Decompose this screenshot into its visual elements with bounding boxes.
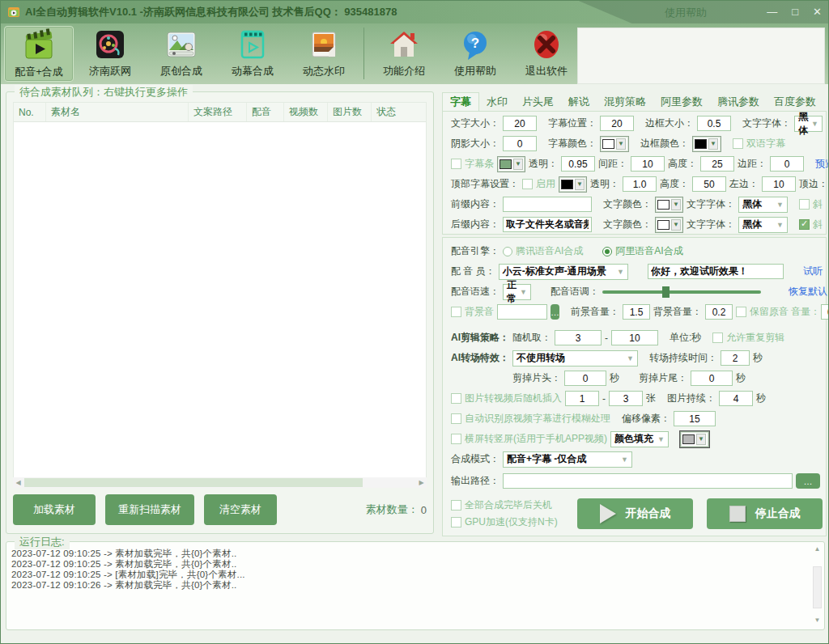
tab-baidu-params[interactable]: 百度参数: [767, 93, 823, 112]
font-size-input[interactable]: [503, 116, 537, 131]
border-color-picker[interactable]: ▼: [692, 136, 721, 152]
preview-link[interactable]: 预览效果: [815, 157, 829, 171]
rotate-checkbox[interactable]: [451, 434, 461, 444]
column-videos[interactable]: 视频数: [284, 103, 328, 121]
transition-select[interactable]: 不使用转场▼: [512, 350, 638, 366]
img-duration-input[interactable]: [719, 391, 753, 406]
minimize-icon[interactable]: —: [767, 1, 777, 23]
scrollbar-thumb[interactable]: [813, 566, 822, 608]
engine-ali-radio[interactable]: [602, 247, 612, 256]
column-status[interactable]: 状态: [372, 103, 419, 121]
top-subtitle-color-picker[interactable]: ▼: [559, 176, 587, 193]
keep-original-checkbox[interactable]: [736, 307, 746, 317]
scroll-right-icon[interactable]: ▶: [416, 479, 427, 486]
top-height-input[interactable]: [692, 176, 726, 192]
bg-sound-path-input[interactable]: [497, 304, 547, 320]
toolbar-button-jinan-yuewang[interactable]: 济南跃网: [75, 26, 145, 82]
scrollbar-thumb[interactable]: [24, 478, 363, 487]
toolbar-button-original-compose[interactable]: 原创合成: [147, 26, 216, 82]
top-opacity-input[interactable]: [623, 176, 657, 192]
audition-link[interactable]: 试听: [803, 265, 823, 278]
img-insert-checkbox[interactable]: [451, 393, 461, 404]
top-subtitle-enable-checkbox[interactable]: [522, 179, 533, 189]
start-compose-button[interactable]: 开始合成: [577, 498, 693, 529]
test-text-input[interactable]: [648, 264, 784, 279]
keep-volume-input[interactable]: [821, 304, 829, 320]
reset-default-link[interactable]: 恢复默认: [789, 285, 827, 299]
tab-subtitle[interactable]: 字幕: [442, 92, 479, 112]
toolbar-button-exit[interactable]: 退出软件: [512, 26, 581, 82]
shutdown-checkbox[interactable]: [451, 500, 461, 511]
bg-volume-input[interactable]: [705, 304, 733, 320]
column-script[interactable]: 文案路径: [189, 103, 247, 121]
bg-sound-browse-button[interactable]: …: [551, 304, 559, 320]
toolbar-button-motion-compose[interactable]: 动幕合成: [218, 26, 287, 82]
margin-input[interactable]: [770, 156, 804, 172]
tab-translate-api[interactable]: 翻译API: [823, 93, 829, 112]
random-min-input[interactable]: [555, 330, 602, 345]
cut-tail-input[interactable]: [691, 371, 733, 386]
fill-color-picker[interactable]: ▼: [680, 431, 709, 447]
blur-checkbox[interactable]: [451, 413, 461, 424]
border-size-input[interactable]: [697, 116, 731, 131]
gpu-checkbox[interactable]: [451, 517, 461, 527]
chevron-down-icon[interactable]: ▼: [708, 138, 718, 150]
cut-head-input[interactable]: [564, 371, 606, 386]
chevron-down-icon[interactable]: ▼: [696, 434, 706, 445]
suffix-color-picker[interactable]: ▼: [655, 217, 683, 233]
prefix-font-select[interactable]: 黑体▼: [738, 197, 788, 213]
toolbar-button-dynamic-watermark[interactable]: 动态水印: [289, 26, 359, 82]
tab-tencent-params[interactable]: 腾讯参数: [710, 93, 767, 112]
img-max-input[interactable]: [609, 391, 643, 406]
bar-opacity-input[interactable]: [561, 156, 595, 172]
gap-input[interactable]: [631, 156, 665, 172]
scroll-left-icon[interactable]: ◀: [13, 479, 23, 486]
tab-narration[interactable]: 解说: [561, 93, 597, 112]
shadow-size-input[interactable]: [503, 136, 537, 151]
tab-watermark[interactable]: 水印: [479, 93, 515, 112]
chevron-down-icon[interactable]: ▼: [671, 219, 681, 231]
transition-time-input[interactable]: [721, 350, 750, 366]
scroll-up-icon[interactable]: ▲: [812, 545, 823, 555]
prefix-italic-checkbox[interactable]: [799, 199, 810, 210]
tab-intro-outro[interactable]: 片头尾: [515, 93, 561, 112]
random-max-input[interactable]: [611, 330, 658, 345]
slider-handle[interactable]: [662, 286, 670, 298]
stop-compose-button[interactable]: 停止合成: [707, 498, 823, 529]
subtitle-position-input[interactable]: [600, 116, 634, 131]
tab-mix-strategy[interactable]: 混剪策略: [597, 93, 653, 112]
allow-repeat-checkbox[interactable]: [712, 333, 723, 343]
speaker-select[interactable]: 小云-标准女声-通用场景▼: [499, 264, 628, 280]
left-edge-input[interactable]: [762, 176, 796, 192]
log-vertical-scrollbar[interactable]: ▲ ▼: [812, 545, 823, 626]
chevron-down-icon[interactable]: ▼: [575, 179, 585, 190]
chevron-down-icon[interactable]: ▼: [671, 199, 681, 210]
maximize-icon[interactable]: □: [792, 1, 798, 23]
load-material-button[interactable]: 加载素材: [13, 494, 96, 525]
toolbar-button-features[interactable]: 功能介绍: [369, 26, 439, 82]
rescan-material-button[interactable]: 重新扫描素材: [105, 494, 194, 525]
output-browse-button[interactable]: …: [796, 473, 820, 489]
subtitle-bar-color-picker[interactable]: ▼: [497, 156, 525, 172]
queue-table[interactable]: No. 素材名 文案路径 配音 视频数 图片数 状态: [13, 102, 427, 486]
offset-input[interactable]: [674, 411, 716, 426]
suffix-font-select[interactable]: 黑体▼: [738, 217, 788, 233]
engine-tencent-radio[interactable]: [503, 247, 512, 256]
scroll-down-icon[interactable]: ▼: [812, 616, 823, 626]
chevron-down-icon[interactable]: ▼: [513, 159, 523, 170]
column-images[interactable]: 图片数: [328, 103, 372, 121]
fg-volume-input[interactable]: [623, 304, 650, 320]
img-min-input[interactable]: [565, 391, 599, 406]
bg-sound-checkbox[interactable]: [451, 307, 461, 317]
toolbar-button-dub-compose[interactable]: 配音+合成: [4, 26, 74, 82]
bilingual-checkbox[interactable]: [733, 138, 743, 149]
column-name[interactable]: 素材名: [46, 103, 189, 121]
toolbar-button-help[interactable]: ? 使用帮助: [440, 26, 510, 82]
bar-height-input[interactable]: [700, 156, 734, 172]
mode-select[interactable]: 配音+字幕 -仅合成▼: [503, 451, 632, 468]
font-family-select[interactable]: 黑体▼: [794, 116, 823, 132]
pitch-slider[interactable]: [602, 286, 761, 299]
output-path-input[interactable]: [503, 473, 793, 489]
subtitle-color-picker[interactable]: ▼: [600, 136, 629, 152]
speed-select[interactable]: 正常▼: [503, 284, 531, 300]
